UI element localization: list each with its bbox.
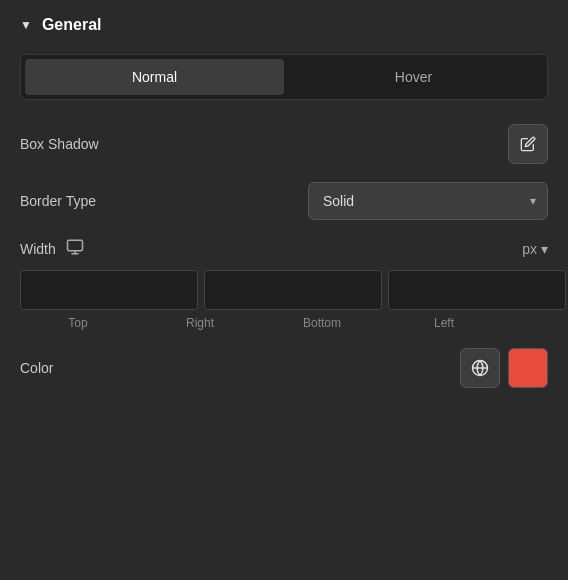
unit-label: px bbox=[522, 241, 537, 257]
right-label: Right bbox=[142, 316, 258, 330]
box-shadow-label: Box Shadow bbox=[20, 136, 99, 152]
section-title: General bbox=[42, 16, 102, 34]
box-shadow-edit-button[interactable] bbox=[508, 124, 548, 164]
border-type-label: Border Type bbox=[20, 193, 96, 209]
unit-arrow-icon: ▾ bbox=[541, 241, 548, 257]
color-swatch[interactable] bbox=[508, 348, 548, 388]
color-label: Color bbox=[20, 360, 53, 376]
monitor-icon bbox=[66, 238, 84, 260]
globe-icon bbox=[471, 359, 489, 377]
width-right-input[interactable] bbox=[204, 270, 382, 310]
width-label-row: Width px ▾ bbox=[20, 238, 548, 260]
width-bottom-input[interactable] bbox=[388, 270, 566, 310]
border-type-select-wrapper: Solid None Dashed Dotted Double ▾ bbox=[308, 182, 548, 220]
border-type-select[interactable]: Solid None Dashed Dotted Double bbox=[308, 182, 548, 220]
global-color-button[interactable] bbox=[460, 348, 500, 388]
border-type-row: Border Type Solid None Dashed Dotted Dou… bbox=[20, 182, 548, 220]
width-input-labels: Top Right Bottom Left bbox=[20, 316, 548, 330]
width-label-left: Width bbox=[20, 238, 84, 260]
width-inputs-grid bbox=[20, 270, 548, 310]
box-shadow-row: Box Shadow bbox=[20, 124, 548, 164]
svg-rect-0 bbox=[67, 240, 82, 251]
section-header: ▼ General bbox=[20, 16, 548, 34]
label-spacer bbox=[508, 316, 548, 330]
top-label: Top bbox=[20, 316, 136, 330]
tab-group: Normal Hover bbox=[20, 54, 548, 100]
width-label: Width bbox=[20, 241, 56, 257]
width-section: Width px ▾ bbox=[20, 238, 548, 330]
general-panel: ▼ General Normal Hover Box Shadow Border… bbox=[0, 0, 568, 580]
left-label: Left bbox=[386, 316, 502, 330]
color-controls bbox=[460, 348, 548, 388]
edit-icon bbox=[520, 136, 536, 152]
bottom-label: Bottom bbox=[264, 316, 380, 330]
tab-hover[interactable]: Hover bbox=[284, 59, 543, 95]
width-top-input[interactable] bbox=[20, 270, 198, 310]
color-row: Color bbox=[20, 348, 548, 388]
chevron-icon[interactable]: ▼ bbox=[20, 18, 32, 32]
unit-selector[interactable]: px ▾ bbox=[522, 241, 548, 257]
tab-normal[interactable]: Normal bbox=[25, 59, 284, 95]
